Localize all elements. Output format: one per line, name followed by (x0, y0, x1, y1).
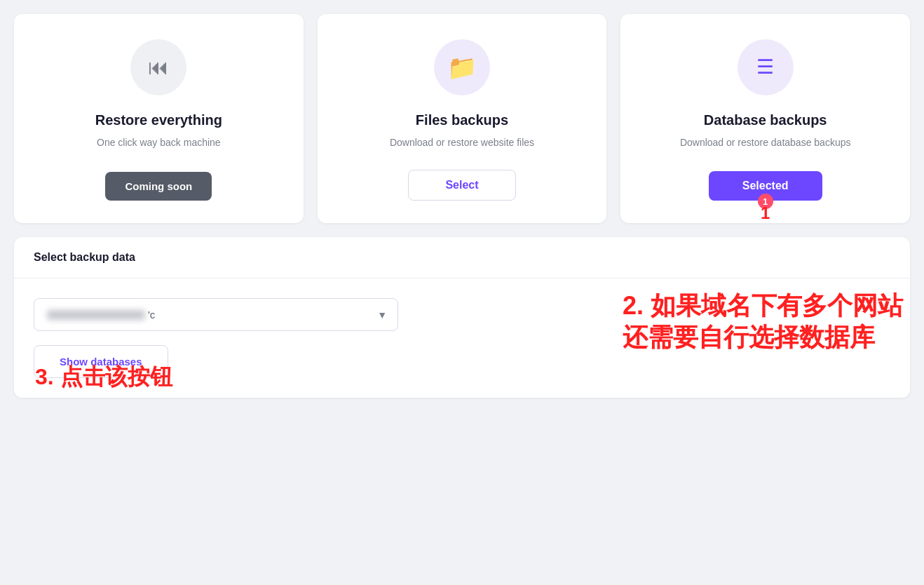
database-desc: Download or restore database backups (680, 135, 851, 152)
panel-title: Select backup data (34, 251, 135, 263)
restore-everything-card: ⏮ Restore everything One click way back … (14, 14, 304, 223)
coming-soon-button: Coming soon (105, 172, 212, 201)
restore-icon: ⏮ (148, 55, 169, 79)
cards-row: ⏮ Restore everything One click way back … (14, 14, 910, 223)
database-backups-card: ☰ Database backups Download or restore d… (620, 14, 910, 223)
database-title: Database backups (704, 112, 827, 128)
restore-title: Restore everything (95, 112, 222, 128)
dropdown-field[interactable]: 'c (34, 298, 398, 331)
selected-label: Selected (742, 180, 789, 191)
restore-desc: One click way back machine (97, 135, 221, 152)
database-icon-circle: ☰ (738, 39, 794, 95)
files-backups-card: 📁 Files backups Download or restore webs… (318, 14, 607, 223)
dropdown-blurred-text (47, 310, 145, 320)
files-select-button[interactable]: Select (408, 170, 515, 201)
files-icon: 📁 (447, 53, 477, 81)
panel-body: 'c ▼ Show databases 2. 如果域名下有多个网站还需要自行选择… (14, 278, 910, 398)
bottom-panel: Select backup data 'c ▼ Show databases 2… (14, 237, 910, 398)
dropdown-suffix: 'c (148, 309, 155, 321)
step2-annotation: 2. 如果域名下有多个网站还需要自行选择数据库 (623, 290, 903, 353)
selected-badge-container: Selected 1 1 (709, 171, 822, 201)
step1-annotation: 1 (761, 203, 770, 223)
files-title: Files backups (416, 112, 508, 128)
restore-icon-circle: ⏮ (130, 39, 186, 95)
files-desc: Download or restore website files (390, 135, 534, 150)
show-databases-button[interactable]: Show databases (34, 345, 168, 378)
files-icon-circle: 📁 (434, 39, 490, 95)
database-selected-button[interactable]: Selected 1 (709, 171, 822, 201)
dropdown-wrapper: 'c ▼ (34, 298, 398, 331)
panel-header: Select backup data (14, 237, 910, 278)
step2-text: 2. 如果域名下有多个网站还需要自行选择数据库 (623, 290, 903, 353)
page-wrapper: ⏮ Restore everything One click way back … (0, 0, 924, 398)
database-icon: ☰ (756, 58, 774, 77)
